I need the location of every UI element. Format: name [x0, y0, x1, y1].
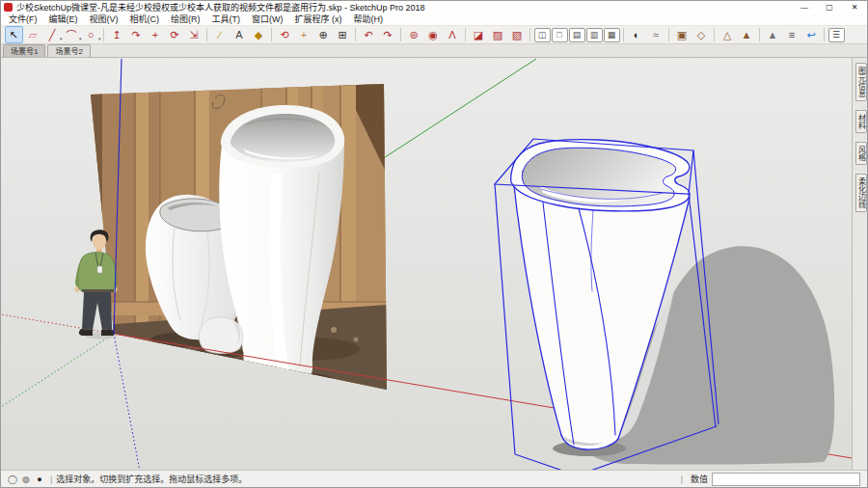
toolbar-separator: [824, 28, 825, 41]
move-tool-button[interactable]: +: [147, 26, 165, 43]
arc-tool-button[interactable]: ⌒▾: [63, 26, 81, 43]
look-around-button[interactable]: ◉: [424, 26, 443, 43]
tape-measure-button[interactable]: ∕: [211, 26, 230, 43]
toolbar: ↖▱╱▾⌒▾○▾↥↷+⟳⇲∕A◆⟲+⊕⊞↶↷⊚◉Λ◪▨▧◫□▤▥▦◐≈▣◇△▲▲…: [1, 26, 867, 44]
hiddenline-style-button[interactable]: △: [719, 26, 737, 43]
back-view-button[interactable]: ▦: [604, 28, 620, 42]
zoom-extents-button[interactable]: ⊞: [334, 26, 352, 43]
menu-item-1[interactable]: 编辑(E): [43, 14, 84, 25]
tray-tab-2[interactable]: 风格: [855, 142, 867, 165]
credits-icon[interactable]: ◍: [19, 474, 33, 484]
scene-tab-2[interactable]: 场景号2: [47, 44, 90, 57]
xray-style-button[interactable]: ▣: [673, 26, 692, 43]
fog-toggle-button[interactable]: ≈: [647, 26, 665, 43]
followme-tool-button[interactable]: ↷: [127, 26, 146, 43]
sketchup-window: 少校SketchUp微课堂-凡是未经少校授权或少校本人获取的视频文件都是盗用行为…: [0, 0, 868, 488]
minimize-button[interactable]: —: [792, 1, 817, 14]
instructor-button[interactable]: ☰: [828, 28, 845, 42]
menu-item-8[interactable]: 帮助(H): [348, 14, 390, 25]
toolbar-separator: [529, 28, 530, 41]
toolbar-separator: [271, 28, 272, 41]
pushpull-tool-button[interactable]: ↥: [108, 26, 126, 43]
dropdown-caret-icon[interactable]: ▾: [98, 36, 101, 41]
menu-item-6[interactable]: 窗口(W): [246, 14, 289, 25]
window-controls: — ▢ ✕: [792, 1, 867, 14]
measurements-input[interactable]: [712, 473, 860, 486]
section-fill-button[interactable]: ▨: [489, 26, 507, 43]
paint-bucket-button[interactable]: ◆: [250, 26, 268, 43]
rotate-tool-button[interactable]: ⟳: [166, 26, 184, 43]
menu-item-3[interactable]: 相机(C): [124, 14, 166, 25]
status-hint-text: 选择对象。切换到扩充选择。拖动鼠标选择多项。: [56, 473, 247, 485]
monochrome-style-button[interactable]: ▲: [764, 26, 782, 43]
close-button[interactable]: ✕: [842, 1, 867, 14]
eraser-tool-button[interactable]: ▱: [24, 26, 42, 43]
back-edges-button[interactable]: ≡: [783, 26, 801, 43]
right-view-button[interactable]: ▥: [586, 28, 603, 42]
toolbar-separator: [668, 28, 669, 41]
shapes-tool-button[interactable]: ○▾: [82, 26, 100, 43]
top-view-button[interactable]: □: [552, 28, 568, 42]
orbit-tool-button[interactable]: ⟲: [276, 26, 294, 43]
toolbar-separator: [206, 28, 207, 41]
user-icon[interactable]: ●: [33, 474, 46, 484]
toolbar-separator: [623, 28, 624, 41]
model-scene: [1, 58, 852, 472]
main-region: 图元信息材料风格柔化边线: [1, 58, 868, 472]
text-tool-button[interactable]: A: [231, 26, 249, 43]
tray-tab-0[interactable]: 图元信息: [855, 63, 867, 101]
position-camera-button[interactable]: ⊚: [405, 26, 423, 43]
statusbar: ◯◍● | 选择对象。切换到扩充选择。拖动鼠标选择多项。 | 数值: [1, 470, 867, 487]
toolbar-separator: [355, 28, 356, 41]
toolbar-separator: [714, 28, 715, 41]
next-view-button[interactable]: ↷: [379, 26, 397, 43]
geolocation-icon[interactable]: ◯: [6, 474, 19, 484]
shaded-style-button[interactable]: ▲: [738, 26, 756, 43]
menu-item-4[interactable]: 绘图(R): [165, 14, 206, 25]
shadows-toggle-button[interactable]: ◐: [628, 26, 646, 43]
menu-item-0[interactable]: 文件(F): [3, 14, 43, 25]
tray-tab-3[interactable]: 柔化边线: [855, 174, 867, 212]
sketchup-logo-icon: [4, 3, 13, 12]
iso-view-button[interactable]: ◫: [534, 28, 551, 42]
menubar: 文件(F)编辑(E)视图(V)相机(C)绘图(R)工具(T)窗口(W)扩展程序 …: [1, 14, 867, 26]
pan-tool-button[interactable]: +: [295, 26, 313, 43]
measurements-label: 数值: [691, 473, 708, 485]
section-cut-button[interactable]: ▧: [508, 26, 527, 43]
maximize-button[interactable]: ▢: [817, 1, 842, 14]
toolbar-separator: [103, 28, 104, 41]
wireframe-style-button[interactable]: ◇: [692, 26, 711, 43]
scale-tool-button[interactable]: ⇲: [185, 26, 203, 43]
previous-view-button[interactable]: ↶: [360, 26, 378, 43]
section-plane-button[interactable]: ◪: [470, 26, 488, 43]
status-divider: |: [50, 474, 52, 484]
zoom-tool-button[interactable]: ⊕: [314, 26, 333, 43]
window-title: 少校SketchUp微课堂-凡是未经少校授权或少校本人获取的视频文件都是盗用行为…: [16, 1, 425, 14]
menu-item-2[interactable]: 视图(V): [84, 14, 124, 25]
tray-tab-1[interactable]: 材料: [855, 110, 867, 133]
toolbar-separator: [759, 28, 760, 41]
measurements-divider: |: [681, 474, 683, 484]
panel-tray: 图元信息材料风格柔化边线: [852, 58, 868, 472]
toolbar-separator: [400, 28, 401, 41]
scene-tab-1[interactable]: 场景号1: [3, 44, 45, 57]
line-tool-button[interactable]: ╱▾: [43, 26, 62, 43]
walk-tool-button[interactable]: Λ: [444, 26, 462, 43]
titlebar: 少校SketchUp微课堂-凡是未经少校授权或少校本人获取的视频文件都是盗用行为…: [1, 1, 867, 14]
menu-item-7[interactable]: 扩展程序 (x): [289, 14, 348, 25]
scene-tabs: 场景号1场景号2: [1, 44, 867, 58]
toolbar-separator: [465, 28, 466, 41]
statusbar-icons: ◯◍●: [6, 474, 46, 484]
select-tool-button[interactable]: ↖: [5, 26, 23, 43]
curic-tool-button[interactable]: ↩: [802, 26, 821, 43]
viewport-canvas[interactable]: [1, 58, 852, 472]
menu-item-5[interactable]: 工具(T): [206, 14, 247, 25]
front-view-button[interactable]: ▤: [569, 28, 585, 42]
